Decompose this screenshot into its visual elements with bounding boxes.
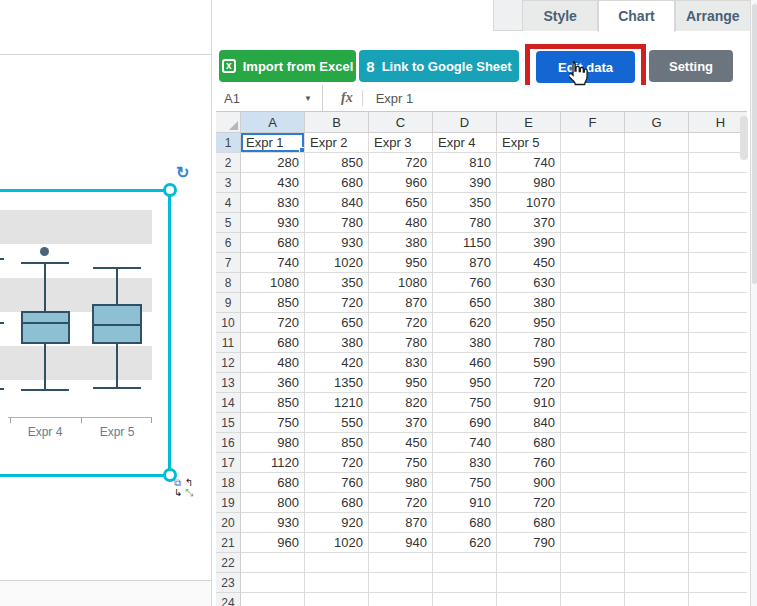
- row-header-12[interactable]: 12: [216, 353, 241, 373]
- cell-H20[interactable]: [689, 513, 747, 533]
- column-header-B[interactable]: B: [305, 112, 369, 133]
- cell-G19[interactable]: [625, 493, 689, 513]
- cell-C11[interactable]: 780: [369, 333, 433, 353]
- cell-C1[interactable]: Expr 3: [369, 133, 433, 153]
- cell-H1[interactable]: [689, 133, 747, 153]
- cell-F9[interactable]: [561, 293, 625, 313]
- cell-B9[interactable]: 720: [305, 293, 369, 313]
- cell-G6[interactable]: [625, 233, 689, 253]
- row-header-15[interactable]: 15: [216, 413, 241, 433]
- row-header-8[interactable]: 8: [216, 273, 241, 293]
- cell-F2[interactable]: [561, 153, 625, 173]
- cell-B5[interactable]: 780: [305, 213, 369, 233]
- cell-B18[interactable]: 760: [305, 473, 369, 493]
- cell-B14[interactable]: 1210: [305, 393, 369, 413]
- cell-A15[interactable]: 750: [241, 413, 305, 433]
- cell-E9[interactable]: 380: [497, 293, 561, 313]
- cell-B16[interactable]: 850: [305, 433, 369, 453]
- cell-A3[interactable]: 430: [241, 173, 305, 193]
- row-header-22[interactable]: 22: [216, 553, 241, 573]
- row-header-23[interactable]: 23: [216, 573, 241, 593]
- cell-H19[interactable]: [689, 493, 747, 513]
- cell-H4[interactable]: [689, 193, 747, 213]
- row-header-5[interactable]: 5: [216, 213, 241, 233]
- cell-H21[interactable]: [689, 533, 747, 553]
- panel-scrollbar[interactable]: [750, 0, 757, 606]
- cell-H6[interactable]: [689, 233, 747, 253]
- cell-E24[interactable]: [497, 593, 561, 606]
- cell-H11[interactable]: [689, 333, 747, 353]
- cell-H10[interactable]: [689, 313, 747, 333]
- cell-E8[interactable]: 630: [497, 273, 561, 293]
- cell-H23[interactable]: [689, 573, 747, 593]
- cell-E22[interactable]: [497, 553, 561, 573]
- row-header-10[interactable]: 10: [216, 313, 241, 333]
- row-header-21[interactable]: 21: [216, 533, 241, 553]
- cell-B1[interactable]: Expr 2: [305, 133, 369, 153]
- cell-D22[interactable]: [433, 553, 497, 573]
- cell-F23[interactable]: [561, 573, 625, 593]
- cell-B17[interactable]: 720: [305, 453, 369, 473]
- cell-C7[interactable]: 950: [369, 253, 433, 273]
- cell-C16[interactable]: 450: [369, 433, 433, 453]
- cell-C21[interactable]: 940: [369, 533, 433, 553]
- cell-G3[interactable]: [625, 173, 689, 193]
- cell-E1[interactable]: Expr 5: [497, 133, 561, 153]
- cell-F10[interactable]: [561, 313, 625, 333]
- cell-E14[interactable]: 910: [497, 393, 561, 413]
- cell-C9[interactable]: 870: [369, 293, 433, 313]
- cell-C23[interactable]: [369, 573, 433, 593]
- cell-D16[interactable]: 740: [433, 433, 497, 453]
- cell-A14[interactable]: 850: [241, 393, 305, 413]
- cell-H7[interactable]: [689, 253, 747, 273]
- cell-F17[interactable]: [561, 453, 625, 473]
- cell-E7[interactable]: 450: [497, 253, 561, 273]
- cell-F20[interactable]: [561, 513, 625, 533]
- setting-button[interactable]: Setting: [649, 50, 733, 82]
- cell-D2[interactable]: 810: [433, 153, 497, 173]
- tab-chart[interactable]: Chart: [598, 0, 674, 32]
- cell-H8[interactable]: [689, 273, 747, 293]
- cell-F12[interactable]: [561, 353, 625, 373]
- tab-arrange[interactable]: Arrange: [675, 0, 751, 31]
- row-header-6[interactable]: 6: [216, 233, 241, 253]
- cell-E17[interactable]: 760: [497, 453, 561, 473]
- cell-G21[interactable]: [625, 533, 689, 553]
- cell-F4[interactable]: [561, 193, 625, 213]
- cell-A20[interactable]: 930: [241, 513, 305, 533]
- cell-B12[interactable]: 420: [305, 353, 369, 373]
- cell-A18[interactable]: 680: [241, 473, 305, 493]
- column-header-F[interactable]: F: [561, 112, 625, 133]
- cell-D20[interactable]: 680: [433, 513, 497, 533]
- cell-F22[interactable]: [561, 553, 625, 573]
- selection-border-right[interactable]: [168, 189, 171, 477]
- cell-A22[interactable]: [241, 553, 305, 573]
- cell-D23[interactable]: [433, 573, 497, 593]
- cell-C15[interactable]: 370: [369, 413, 433, 433]
- cell-A7[interactable]: 740: [241, 253, 305, 273]
- cell-B3[interactable]: 680: [305, 173, 369, 193]
- resize-arrow-icon[interactable]: ⤡: [185, 488, 196, 498]
- cell-C17[interactable]: 750: [369, 453, 433, 473]
- cell-E2[interactable]: 740: [497, 153, 561, 173]
- spreadsheet[interactable]: ABCDEFGH1Expr 1Expr 2Expr 3Expr 4Expr 52…: [216, 112, 747, 606]
- cell-E21[interactable]: 790: [497, 533, 561, 553]
- cell-G9[interactable]: [625, 293, 689, 313]
- cell-G17[interactable]: [625, 453, 689, 473]
- row-header-14[interactable]: 14: [216, 393, 241, 413]
- cell-E5[interactable]: 370: [497, 213, 561, 233]
- cell-B23[interactable]: [305, 573, 369, 593]
- cell-B19[interactable]: 680: [305, 493, 369, 513]
- cell-C10[interactable]: 720: [369, 313, 433, 333]
- cell-E11[interactable]: 780: [497, 333, 561, 353]
- row-header-4[interactable]: 4: [216, 193, 241, 213]
- cell-C20[interactable]: 870: [369, 513, 433, 533]
- cell-H15[interactable]: [689, 413, 747, 433]
- cell-A4[interactable]: 830: [241, 193, 305, 213]
- cell-D10[interactable]: 620: [433, 313, 497, 333]
- row-header-13[interactable]: 13: [216, 373, 241, 393]
- cell-A19[interactable]: 800: [241, 493, 305, 513]
- cell-C18[interactable]: 980: [369, 473, 433, 493]
- cell-E10[interactable]: 950: [497, 313, 561, 333]
- selection-border-top[interactable]: [0, 189, 170, 192]
